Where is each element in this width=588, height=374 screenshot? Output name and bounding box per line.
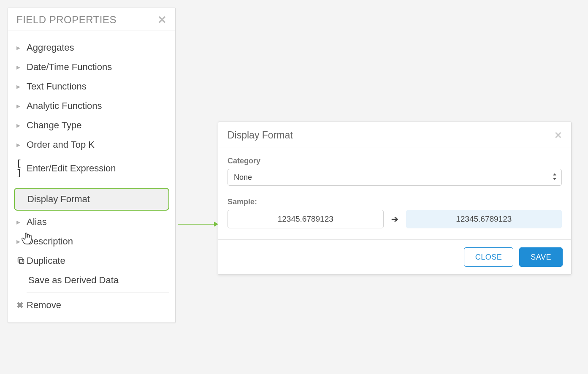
item-label: Order and Top K	[27, 139, 95, 150]
display-format-dialog: Display Format ✕ Category None Sample: 1…	[218, 122, 572, 275]
item-description[interactable]: ▸ Description	[14, 232, 169, 251]
close-icon[interactable]: ✕	[157, 14, 167, 25]
category-select[interactable]: None	[228, 169, 562, 186]
item-order-top-k[interactable]: ▸ Order and Top K	[14, 135, 169, 154]
chevron-right-icon: ▸	[16, 43, 27, 52]
item-alias[interactable]: ▸ Alias	[14, 212, 169, 232]
item-label: Date/Time Functions	[27, 62, 112, 73]
field-properties-panel: FIELD PROPERTIES ✕ ▸ Aggregates ▸ Date/T…	[8, 8, 176, 323]
item-label: Save as Derived Data	[28, 275, 119, 286]
sample-out-value: 12345.6789123	[456, 214, 512, 224]
dialog-header: Display Format ✕	[218, 122, 571, 147]
button-label: CLOSE	[475, 253, 502, 262]
brackets-icon: [ ]	[16, 159, 27, 178]
item-label: Alias	[27, 217, 47, 228]
item-save-derived-data[interactable]: Save as Derived Data	[14, 271, 169, 290]
remove-icon: ✖	[16, 300, 27, 310]
divider	[27, 293, 169, 293]
duplicate-icon	[16, 256, 27, 266]
item-label: Remove	[27, 300, 61, 311]
sample-input[interactable]: 12345.6789123	[228, 210, 384, 228]
field-list: ▸ Aggregates ▸ Date/Time Functions ▸ Tex…	[8, 30, 175, 323]
category-label: Category	[228, 157, 562, 165]
item-label: Change Type	[27, 120, 81, 131]
save-button[interactable]: SAVE	[519, 247, 563, 267]
sample-output: 12345.6789123	[406, 210, 562, 228]
sample-row: 12345.6789123 ➔ 12345.6789123	[228, 210, 562, 228]
dialog-footer: CLOSE SAVE	[218, 240, 571, 274]
item-label: Display Format	[27, 194, 90, 205]
item-aggregates[interactable]: ▸ Aggregates	[14, 38, 169, 57]
chevron-right-icon: ▸	[16, 237, 27, 246]
dialog-body: Category None Sample: 12345.6789123 ➔ 12…	[218, 147, 571, 240]
item-label: Aggregates	[27, 42, 74, 53]
chevron-right-icon: ▸	[16, 140, 27, 149]
arrow-right-icon: ➔	[391, 214, 398, 224]
divider	[27, 185, 169, 185]
item-duplicate[interactable]: Duplicate	[14, 251, 169, 271]
panel-title: FIELD PROPERTIES	[16, 14, 117, 26]
category-value: None	[234, 173, 252, 182]
item-date-time-functions[interactable]: ▸ Date/Time Functions	[14, 57, 169, 77]
button-label: SAVE	[531, 253, 551, 262]
item-text-functions[interactable]: ▸ Text Functions	[14, 77, 169, 96]
item-change-type[interactable]: ▸ Change Type	[14, 116, 169, 135]
item-analytic-functions[interactable]: ▸ Analytic Functions	[14, 96, 169, 116]
item-display-format[interactable]: ▸ Display Format	[14, 188, 169, 211]
item-label: Analytic Functions	[27, 100, 102, 111]
sample-in-value: 12345.6789123	[278, 214, 333, 224]
chevron-right-icon: ▸	[16, 82, 27, 91]
svg-rect-0	[19, 259, 24, 263]
close-icon[interactable]: ✕	[554, 130, 562, 141]
panel-header: FIELD PROPERTIES ✕	[8, 8, 175, 30]
chevron-right-icon: ▸	[16, 121, 27, 130]
connector-arrow	[178, 220, 218, 228]
sample-label: Sample:	[228, 198, 562, 206]
svg-rect-1	[18, 258, 22, 262]
chevron-right-icon: ▸	[16, 101, 27, 111]
item-label: Duplicate	[27, 255, 65, 266]
item-label: Description	[27, 236, 73, 247]
close-button[interactable]: CLOSE	[464, 247, 514, 267]
dialog-title: Display Format	[228, 130, 293, 141]
item-remove[interactable]: ✖ Remove	[14, 295, 169, 315]
chevron-right-icon: ▸	[16, 217, 27, 227]
item-label: Enter/Edit Expression	[27, 163, 116, 174]
item-enter-edit-expression[interactable]: [ ] Enter/Edit Expression	[14, 154, 169, 182]
item-label: Text Functions	[27, 81, 87, 92]
chevron-right-icon: ▸	[16, 62, 27, 72]
